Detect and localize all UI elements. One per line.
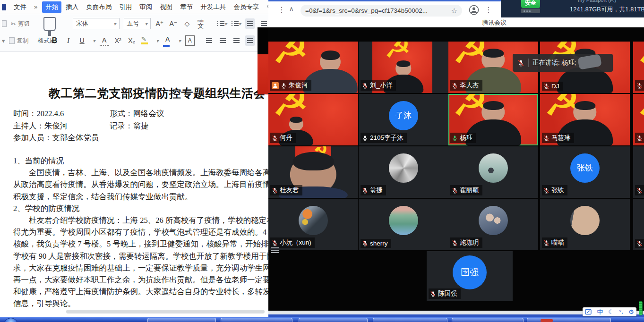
start-button[interactable] [4, 318, 18, 322]
video-tile[interactable]: ☭ 杨珏 [448, 94, 538, 145]
profile-icon[interactable] [469, 5, 479, 15]
grow-font-button[interactable]: A⁺ [155, 18, 164, 29]
subscript-button[interactable]: X₂ [127, 35, 137, 46]
bold-button[interactable]: B [50, 35, 60, 46]
video-tile[interactable]: sherry [359, 199, 448, 250]
gear-icon[interactable]: ⚙ [628, 308, 634, 315]
party-emblem-icon: ☭ [384, 42, 411, 62]
wps-menubar: 文件 » 开始插入页面布局引用审阅视图章节开发工具会员专享 查找 [0, 0, 268, 14]
name-text: 李人杰 [460, 81, 479, 90]
layout-menu-icon[interactable] [271, 247, 279, 254]
menu-overflow-chevron[interactable]: » [34, 3, 37, 10]
screen: 文件 » 开始插入页面布局引用审阅视图章节开发工具会员专享 查找 格式刷 ✂剪切… [0, 0, 644, 322]
taskbar-button[interactable] [221, 318, 292, 322]
chevron-down-icon[interactable]: ▾ [179, 38, 181, 43]
align-left-button[interactable] [204, 35, 214, 46]
ime-mode-indicator[interactable]: 中 [597, 308, 603, 316]
video-tile[interactable]: ☭ 李 [633, 94, 644, 145]
menu-tab[interactable]: 开始 [42, 1, 61, 13]
document-page[interactable]: 教工第二党支部疫情防控专题组织生活会 时间：2022.4.6形式：网络会议主持人… [0, 52, 268, 317]
pinyin-guide-button[interactable]: wén文 [196, 18, 206, 29]
char-border-button[interactable]: A [185, 35, 195, 46]
safe-badge: 安全 [521, 0, 540, 8]
video-tile[interactable]: ☭ 林 [633, 42, 644, 93]
taskbar-button[interactable] [452, 318, 524, 322]
paste-dropdown-partial[interactable]: ▾ [2, 37, 5, 44]
wps-toolbar: 格式刷 ✂剪切 宋体▾ 五号▾ A⁺ A⁻ ◇ wén文 ▾ ▾ ▾ 复制 [0, 14, 268, 52]
video-tile[interactable]: N [633, 199, 644, 250]
collapse-icon[interactable]: ∧ [289, 5, 294, 12]
doc-line: 1、当前的情况 [13, 155, 268, 167]
name-text: 施珈玥 [460, 238, 479, 247]
video-tile[interactable]: 喵喵 [540, 199, 630, 250]
video-tile[interactable]: 子沐 2105李子沐 [359, 94, 448, 145]
taskbar-button[interactable] [147, 318, 216, 322]
video-tile[interactable]: 翁捷 [359, 146, 448, 198]
bullet-list-button[interactable]: ▾ [217, 18, 227, 29]
align-center-button[interactable] [218, 35, 227, 46]
menu-tab[interactable]: 会员专享 [230, 1, 262, 13]
shrink-font-button[interactable]: A⁻ [169, 18, 178, 29]
chevron-down-icon: ▾ [239, 21, 241, 26]
align-right-button[interactable] [232, 35, 241, 46]
participant-name: 张铁 [542, 185, 567, 195]
numbered-list-button[interactable]: ▾ [231, 18, 241, 29]
browser-menu-icon[interactable]: ⋮ [485, 5, 492, 14]
menu-file[interactable]: 文件 [11, 2, 29, 12]
video-tile[interactable]: ☭ 何丹 [268, 94, 358, 145]
taskbar-button[interactable] [373, 318, 447, 322]
video-tile[interactable]: 国强 陈国强 [427, 251, 513, 301]
video-tile[interactable]: 翟丽颖 [448, 146, 538, 198]
align-justify-button[interactable] [245, 35, 255, 46]
menu-tab[interactable]: 引用 [116, 1, 135, 13]
meeting-title[interactable]: 腾讯会议 [268, 18, 644, 27]
video-tile[interactable]: 张铁 张铁 [540, 146, 630, 198]
italic-button[interactable]: I [64, 35, 73, 46]
address-bar[interactable]: =0&f=1&rs_src=0&rsv_pq=cf1734b50002... ☆ [301, 5, 462, 17]
browser-dots-icon[interactable]: ⋮ [278, 5, 285, 14]
doc-body: 1、当前的情况 全国疫情，吉林、上海、以及全国各地疫情频发。上海教委每周给各高校… [13, 155, 268, 309]
chevron-down-icon[interactable]: ▾ [93, 38, 95, 43]
taskbar-button[interactable] [299, 318, 368, 322]
video-tile[interactable]: ☭ 马慧琳 [540, 94, 630, 145]
char-shading-button[interactable]: A [100, 35, 109, 46]
font-family-select[interactable]: 宋体▾ [73, 18, 120, 29]
menu-tab[interactable]: 页面布局 [83, 1, 115, 13]
video-tile[interactable]: 施珈玥 [448, 199, 538, 250]
bookmark-star-icon[interactable]: ☆ [451, 7, 457, 15]
menu-tab[interactable]: 章节 [177, 1, 196, 13]
highlight-color-button[interactable] [141, 37, 150, 44]
superscript-button[interactable]: X² [113, 35, 123, 46]
copy-label: 复制 [17, 37, 28, 45]
h-scrollbar[interactable] [66, 310, 265, 314]
font-size-select[interactable]: 五号▾ [124, 18, 151, 29]
chevron-down-icon[interactable]: ▾ [156, 38, 159, 43]
video-tile[interactable]: 张 [633, 146, 644, 198]
ime-input-icon[interactable] [585, 309, 592, 315]
clear-format-button[interactable]: ◇ [182, 18, 192, 29]
cut-button[interactable]: ✂剪切 [11, 20, 29, 28]
name-text: DJ [551, 83, 559, 90]
video-tile[interactable]: 小坃（xun) [268, 199, 358, 250]
menu-tab[interactable]: 开发工具 [197, 1, 229, 13]
video-tile[interactable]: ☭ 杜友君 [268, 146, 358, 198]
copy-button[interactable]: 复制 [9, 37, 28, 45]
decrease-indent-button[interactable] [245, 18, 255, 29]
underline-button[interactable]: U [77, 35, 87, 46]
toolbar-row-2: ▾ 复制 B I U ▾ A X² X₂ ▾ A ▾ A [0, 34, 268, 47]
menu-tab[interactable]: 插入 [62, 1, 82, 13]
moon-icon[interactable]: ☾ [608, 308, 614, 315]
video-tile[interactable]: ☭ 刘_小洋 [359, 42, 448, 93]
video-tile[interactable]: ☭ 朱俊河 [268, 42, 358, 93]
mic-icon [636, 240, 643, 246]
menu-tab[interactable]: 审阅 [136, 1, 155, 13]
menu-tab[interactable]: 视图 [156, 1, 176, 13]
taskbar-button[interactable] [527, 318, 611, 322]
avatar [389, 153, 418, 183]
doc-meta-row: 参加人员：支部全体党员 [13, 132, 164, 144]
muted-mic-icon [517, 59, 524, 67]
paste-partial-icon[interactable] [2, 20, 7, 27]
address-text[interactable]: =0&f=1&rs_src=0&rsv_pq=cf1734b50002... [305, 7, 448, 14]
font-color-button[interactable]: A [163, 35, 172, 46]
punctuation-toggle[interactable]: °, [619, 309, 623, 315]
